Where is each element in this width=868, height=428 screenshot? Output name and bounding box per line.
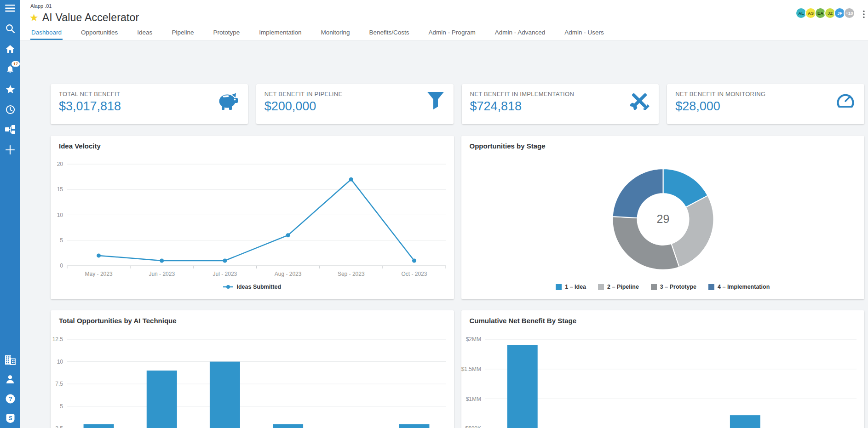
- legend-item[interactable]: 4 – Implementation: [708, 284, 770, 290]
- svg-text:Jun - 2023: Jun - 2023: [149, 271, 175, 277]
- kpi-label: TOTAL NET BENEFIT: [59, 91, 240, 97]
- notification-badge: 17: [11, 61, 20, 67]
- tab-admin-users[interactable]: Admin - Users: [563, 26, 605, 40]
- svg-text:?: ?: [8, 395, 12, 402]
- chart-title: Opportunities by Stage: [470, 142, 546, 150]
- dashboard-content: TOTAL NET BENEFIT $3,017,818 NET BENEFIT…: [20, 40, 868, 428]
- favorite-star-icon[interactable]: ★: [29, 13, 39, 23]
- window-label: Alapp .01: [30, 3, 52, 9]
- opportunities-by-stage-chart[interactable]: 29: [461, 154, 865, 280]
- svg-text:Sep - 2023: Sep - 2023: [338, 271, 365, 277]
- svg-text:10: 10: [57, 212, 63, 218]
- svg-text:$1.5MM: $1.5MM: [461, 366, 481, 372]
- sidebar-top-icons: 17: [5, 0, 16, 154]
- funnel-filter-icon: [427, 91, 444, 112]
- kpi-net-benefit-pipeline: NET BENEFIT IN PIPELINE $200,000: [256, 84, 454, 124]
- notifications-bell-icon[interactable]: 17: [5, 64, 16, 74]
- legend-label: 2 – Pipeline: [607, 284, 639, 290]
- add-plus-icon[interactable]: [5, 145, 16, 154]
- piggy-bank-icon: [218, 91, 239, 113]
- user-profile-icon[interactable]: [5, 375, 16, 384]
- charts-row-1: Idea Velocity 05101520May - 2023Jun - 20…: [51, 136, 864, 299]
- svg-text:S: S: [8, 415, 12, 421]
- legend-swatch-icon: [651, 284, 657, 290]
- legend-label: 4 – Implementation: [718, 284, 770, 290]
- svg-text:2.5: 2.5: [55, 425, 63, 428]
- kpi-net-benefit-implementation: NET BENEFIT IN IMPLEMENTATION $724,818: [462, 84, 659, 124]
- tab-bar: DashboardOpportunitiesIdeasPipelineProto…: [30, 26, 605, 40]
- svg-text:$500K: $500K: [465, 425, 481, 428]
- sidebar: 17 ? S: [0, 0, 20, 428]
- svg-text:5: 5: [60, 403, 63, 410]
- opportunities-by-technique-chart[interactable]: 02.557.51012.5Speech RecognitionGenerati…: [51, 329, 454, 428]
- tab-pipeline[interactable]: Pipeline: [171, 26, 195, 40]
- opportunities-by-technique-card: Total Opportunities by AI Technique 02.5…: [51, 310, 454, 428]
- svg-text:10: 10: [57, 359, 63, 365]
- avatar-row: ALASEAJZJF+10: [797, 7, 855, 19]
- star-icon[interactable]: [5, 85, 16, 94]
- legend-label: 3 – Prototype: [660, 284, 696, 290]
- history-clock-icon[interactable]: [5, 105, 16, 114]
- gauge-icon: [836, 91, 855, 112]
- svg-text:12.5: 12.5: [52, 336, 63, 342]
- kpi-label: NET BENEFIT IN PIPELINE: [264, 91, 445, 97]
- header: Alapp .01 ★ AI Value Accelerator Dashboa…: [20, 0, 868, 40]
- cumulative-net-benefit-card: Cumulative Net Benefit By Stage $0$500K$…: [461, 310, 865, 428]
- organization-building-icon[interactable]: [5, 355, 16, 365]
- tab-opportunities[interactable]: Opportunities: [80, 26, 119, 40]
- svg-text:7.5: 7.5: [55, 381, 63, 387]
- opportunities-by-stage-card: Opportunities by Stage 29 1 – Idea2 – Pi…: [461, 136, 865, 299]
- sidebar-bottom-icons: ? S: [5, 355, 16, 428]
- svg-text:5: 5: [60, 237, 63, 244]
- tab-implementation[interactable]: Implementation: [258, 26, 302, 40]
- tab-prototype[interactable]: Prototype: [212, 26, 241, 40]
- hierarchy-icon[interactable]: [5, 125, 16, 134]
- svg-text:Oct - 2023: Oct - 2023: [401, 271, 427, 277]
- line-series-marker-icon: [223, 285, 233, 289]
- chart-title: Total Opportunities by AI Technique: [59, 317, 177, 325]
- legend-label: Ideas Submitted: [236, 284, 281, 290]
- legend-item[interactable]: 2 – Pipeline: [598, 284, 639, 290]
- legend-swatch-icon: [598, 284, 604, 290]
- kpi-label: NET BENEFIT IN MONITORING: [675, 91, 856, 97]
- idea-velocity-chart[interactable]: 05101520May - 2023Jun - 2023Jul - 2023Au…: [51, 154, 454, 280]
- legend-swatch-icon: [556, 284, 562, 290]
- more-options-icon[interactable]: [863, 10, 865, 20]
- tab-ideas[interactable]: Ideas: [136, 26, 153, 40]
- svg-text:Aug - 2023: Aug - 2023: [275, 271, 302, 277]
- help-icon[interactable]: ?: [5, 394, 16, 403]
- home-icon[interactable]: [5, 44, 16, 53]
- kpi-row: TOTAL NET BENEFIT $3,017,818 NET BENEFIT…: [51, 84, 864, 124]
- legend-item[interactable]: 3 – Prototype: [651, 284, 696, 290]
- tab-admin-advanced[interactable]: Admin - Advanced: [494, 26, 546, 40]
- kpi-label: NET BENEFIT IN IMPLEMENTATION: [470, 91, 651, 97]
- menu-icon[interactable]: [5, 4, 16, 13]
- svg-text:May - 2023: May - 2023: [85, 271, 113, 277]
- legend-swatch-icon: [708, 284, 714, 290]
- cumulative-net-benefit-chart[interactable]: $0$500K$1MM$1.5MM$2MM1 - Idea2 - Pipelin…: [461, 329, 865, 428]
- avatar[interactable]: +10: [844, 7, 855, 19]
- legend-label: 1 – Idea: [565, 284, 586, 290]
- svg-text:$2MM: $2MM: [466, 336, 481, 342]
- svg-text:$1MM: $1MM: [466, 396, 481, 402]
- idea-velocity-card: Idea Velocity 05101520May - 2023Jun - 20…: [51, 136, 454, 299]
- kpi-value: $724,818: [470, 99, 651, 114]
- svg-text:15: 15: [57, 186, 63, 193]
- stage-legend: 1 – Idea2 – Pipeline3 – Prototype4 – Imp…: [461, 284, 865, 290]
- charts-row-2: Total Opportunities by AI Technique 02.5…: [51, 310, 864, 428]
- legend-item[interactable]: 1 – Idea: [556, 284, 586, 290]
- tab-monitoring[interactable]: Monitoring: [320, 26, 351, 40]
- svg-text:0: 0: [60, 263, 63, 269]
- tab-dashboard[interactable]: Dashboard: [30, 26, 63, 40]
- svg-text:29: 29: [656, 212, 669, 225]
- kpi-net-benefit-monitoring: NET BENEFIT IN MONITORING $28,000: [667, 84, 864, 124]
- search-icon[interactable]: [5, 24, 16, 33]
- tools-icon: [629, 91, 650, 112]
- svg-text:Jul - 2023: Jul - 2023: [213, 271, 237, 277]
- s-logo-icon[interactable]: S: [5, 413, 16, 422]
- chart-title: Idea Velocity: [59, 142, 101, 150]
- tab-benefits-costs[interactable]: Benefits/Costs: [368, 26, 410, 40]
- tab-admin-program[interactable]: Admin - Program: [428, 26, 477, 40]
- page-title: AI Value Accelerator: [42, 11, 139, 24]
- legend-item[interactable]: Ideas Submitted: [223, 284, 281, 290]
